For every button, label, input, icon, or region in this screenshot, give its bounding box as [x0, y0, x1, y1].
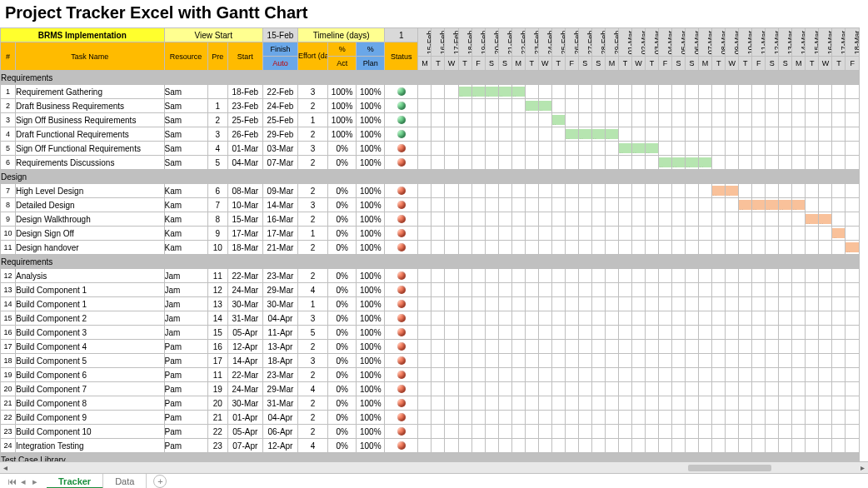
gantt-cell[interactable] [525, 198, 538, 212]
resource[interactable]: Jam [164, 326, 207, 340]
gantt-cell[interactable] [846, 269, 860, 283]
task-name[interactable]: High Level Design [16, 184, 165, 198]
gantt-cell[interactable] [672, 326, 686, 340]
gantt-cell[interactable] [471, 283, 485, 297]
start-date[interactable]: 22-Mar [227, 269, 262, 283]
gantt-cell[interactable] [458, 354, 471, 368]
gantt-cell[interactable] [766, 368, 779, 382]
predecessor[interactable]: 23 [207, 439, 227, 453]
gantt-cell[interactable] [445, 354, 458, 368]
gantt-cell[interactable] [766, 241, 779, 255]
gantt-cell[interactable] [645, 156, 658, 170]
gantt-cell[interactable] [832, 311, 846, 326]
gantt-cell[interactable] [445, 198, 458, 212]
start-date[interactable]: 17-Mar [227, 227, 262, 241]
gantt-cell[interactable] [726, 113, 739, 127]
gantt-cell[interactable] [605, 354, 618, 368]
gantt-cell[interactable] [498, 241, 511, 255]
gantt-cell[interactable] [591, 269, 605, 283]
gantt-cell[interactable] [631, 396, 645, 411]
gantt-cell[interactable] [498, 269, 511, 283]
gantt-cell[interactable] [779, 283, 792, 297]
effort[interactable]: 1 [298, 227, 328, 241]
gantt-cell[interactable] [591, 439, 605, 453]
gantt-cell[interactable] [618, 382, 631, 396]
gantt-cell[interactable] [739, 396, 752, 411]
pct-act[interactable]: 0% [328, 184, 357, 198]
gantt-cell[interactable] [591, 368, 605, 382]
gantt-cell[interactable] [712, 212, 726, 227]
date-header-32[interactable]: 18-Mar [846, 28, 860, 57]
gantt-cell[interactable] [445, 142, 458, 156]
gantt-cell[interactable] [605, 184, 618, 198]
gantt-cell[interactable] [498, 198, 511, 212]
gantt-cell[interactable] [445, 269, 458, 283]
gantt-cell[interactable] [699, 241, 712, 255]
gantt-cell[interactable] [819, 439, 832, 453]
gantt-cell[interactable] [565, 439, 578, 453]
task-name[interactable]: Design Walkthrough [16, 212, 165, 227]
gantt-cell[interactable] [498, 354, 511, 368]
gantt-cell[interactable] [418, 198, 432, 212]
gantt-cell[interactable] [565, 382, 578, 396]
date-header-11[interactable]: 26-Feb [565, 28, 578, 57]
gantt-cell[interactable] [699, 297, 712, 311]
gantt-cell[interactable] [658, 184, 671, 198]
gantt-cell[interactable] [712, 113, 726, 127]
gantt-cell[interactable] [618, 283, 631, 297]
gantt-cell[interactable] [498, 382, 511, 396]
gantt-cell[interactable] [846, 127, 860, 142]
gantt-cell[interactable] [645, 396, 658, 411]
gantt-cell[interactable] [511, 354, 525, 368]
gantt-cell[interactable] [699, 396, 712, 411]
gantt-cell[interactable] [618, 184, 631, 198]
gantt-cell[interactable] [538, 113, 551, 127]
gantt-cell[interactable] [686, 368, 699, 382]
gantt-cell[interactable] [418, 283, 432, 297]
pct-act[interactable]: 0% [328, 269, 357, 283]
finish-date[interactable]: 30-Mar [262, 297, 297, 311]
gantt-cell[interactable] [645, 368, 658, 382]
gantt-cell[interactable] [578, 297, 591, 311]
gantt-cell[interactable] [418, 311, 432, 326]
gantt-cell[interactable] [686, 127, 699, 142]
gantt-cell[interactable] [846, 425, 860, 439]
gantt-cell[interactable] [699, 439, 712, 453]
gantt-cell[interactable] [551, 241, 565, 255]
gantt-cell[interactable] [645, 127, 658, 142]
pct-act[interactable]: 0% [328, 340, 357, 354]
gantt-cell[interactable] [458, 99, 471, 113]
gantt-cell[interactable] [726, 354, 739, 368]
gantt-cell[interactable]: .. [591, 127, 605, 142]
gantt-cell[interactable] [779, 368, 792, 382]
pct-plan[interactable]: 100% [357, 311, 385, 326]
gantt-cell[interactable] [819, 241, 832, 255]
gantt-cell[interactable] [819, 113, 832, 127]
gantt-cell[interactable] [485, 368, 498, 382]
gantt-cell[interactable] [511, 227, 525, 241]
finish-date[interactable]: 09-Mar [262, 184, 297, 198]
gantt-cell[interactable] [538, 311, 551, 326]
effort[interactable]: 2 [298, 127, 328, 142]
gantt-cell[interactable] [819, 411, 832, 425]
task-name[interactable]: Sign Off Business Requirements [16, 113, 165, 127]
gantt-cell[interactable] [686, 227, 699, 241]
finish-date[interactable]: 24-Feb [262, 99, 297, 113]
gantt-cell[interactable] [631, 85, 645, 99]
gantt-cell[interactable] [672, 198, 686, 212]
gantt-cell[interactable] [471, 340, 485, 354]
gantt-cell[interactable] [766, 113, 779, 127]
gantt-cell[interactable] [525, 127, 538, 142]
pct-act[interactable]: 100% [328, 113, 357, 127]
gantt-cell[interactable] [471, 156, 485, 170]
gantt-cell[interactable] [766, 297, 779, 311]
gantt-cell[interactable] [645, 411, 658, 425]
gantt-cell[interactable] [498, 127, 511, 142]
gantt-cell[interactable] [779, 396, 792, 411]
gantt-cell[interactable] [832, 99, 846, 113]
predecessor[interactable]: 2 [207, 113, 227, 127]
gantt-cell[interactable] [846, 340, 860, 354]
gantt-cell[interactable] [618, 439, 631, 453]
gantt-cell[interactable]: .. [551, 113, 565, 127]
gantt-cell[interactable] [418, 212, 432, 227]
